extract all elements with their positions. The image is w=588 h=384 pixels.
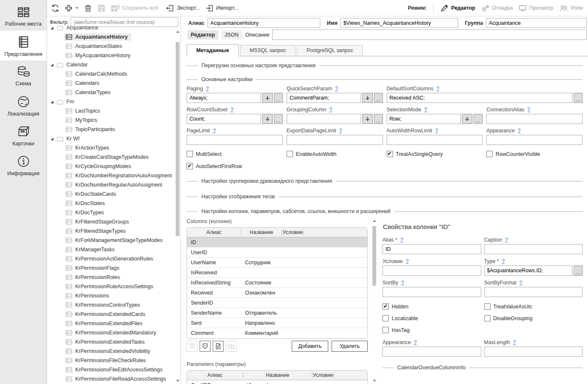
column-condition-input[interactable] <box>382 266 481 276</box>
sidebar-item-information[interactable]: Информация <box>0 150 47 180</box>
groupingcolumn-input[interactable] <box>287 114 361 124</box>
tree-node[interactable]: AcquaintanceStates <box>47 42 175 51</box>
tree-node[interactable]: TopicParticipants <box>47 125 175 134</box>
help-link[interactable]: ? <box>206 86 209 92</box>
help-link[interactable]: ? <box>518 128 521 134</box>
defaultsortcolumns-input[interactable] <box>387 93 573 103</box>
scroll-up-icon[interactable] <box>372 218 377 223</box>
tree-node[interactable]: KrPermissionsExtendedCards <box>47 310 175 319</box>
checkbox-row[interactable]: MultiSelect <box>187 151 283 157</box>
tree-node[interactable]: LastTopics <box>47 106 175 116</box>
quicksearchparam-dropdown-button[interactable] <box>362 93 373 103</box>
autowidthrowlimit-input[interactable] <box>387 135 483 145</box>
help-link[interactable]: ? <box>406 258 409 264</box>
column-alias-input[interactable] <box>382 244 481 254</box>
paging-input[interactable] <box>187 93 261 103</box>
help-link[interactable]: ? <box>527 107 530 113</box>
connectionalias-input[interactable] <box>486 114 583 124</box>
selectionmode-dropdown-button[interactable] <box>462 114 472 124</box>
expand-arrow-icon[interactable] <box>50 137 55 141</box>
tree-node[interactable]: Kr Wf <box>47 134 175 143</box>
tree-node[interactable]: KrActionTypes <box>47 143 175 153</box>
tree-node[interactable]: KrPermissionsFileReadAccessSettings <box>47 374 175 384</box>
checkbox-row[interactable]: Localizable <box>382 315 481 321</box>
tree-node[interactable]: Acquaintance <box>47 23 175 32</box>
checkbox[interactable] <box>187 163 193 169</box>
selectionmode-input[interactable] <box>387 114 461 124</box>
help-link[interactable]: ? <box>400 237 403 243</box>
scrollbar-thumb[interactable] <box>176 42 179 236</box>
scrollbar-track[interactable] <box>372 223 377 379</box>
name-input[interactable] <box>340 18 458 28</box>
tree-node[interactable]: KrPermissionsExtendedFiles <box>47 319 175 328</box>
checkbox[interactable] <box>484 315 490 321</box>
sidebar-item-localization[interactable]: Локализация <box>0 90 47 120</box>
tree-node[interactable]: Calendar <box>47 60 175 69</box>
tree-node[interactable]: KrPermissionsControlTypes <box>47 300 175 310</box>
tag-plus-button[interactable] <box>187 341 198 352</box>
help-link[interactable]: ? <box>213 128 216 134</box>
column-appearance-input[interactable] <box>382 347 481 357</box>
rowcountsubset-dropdown-button[interactable] <box>262 114 273 124</box>
column-type-input[interactable] <box>484 266 573 276</box>
columns-scrollbar[interactable] <box>372 217 377 384</box>
help-link[interactable]: ? <box>230 107 233 113</box>
mode-editor[interactable]: Редактор <box>440 4 475 12</box>
tab[interactable]: MSSQL запрос <box>240 45 295 56</box>
description-input[interactable] <box>272 29 587 40</box>
checkbox[interactable] <box>484 303 490 310</box>
checkbox-row[interactable]: TreatValueAsUtc <box>484 303 583 310</box>
help-link[interactable]: ? <box>435 128 438 134</box>
tree-scrollbar[interactable] <box>175 28 180 384</box>
group-input[interactable] <box>486 18 587 28</box>
column-row[interactable]: ID <box>187 237 367 247</box>
checkbox-row[interactable]: TreatAsSingleQuery <box>387 151 483 157</box>
help-link[interactable]: ? <box>329 107 332 113</box>
help-link[interactable]: ? <box>401 280 404 286</box>
checkbox[interactable] <box>382 303 389 310</box>
tree-node[interactable]: KrPermissionAclGenerationRules <box>47 254 175 263</box>
tree-node[interactable]: CalendarCalcMethods <box>47 69 175 79</box>
column-row[interactable]: Received Ознакомлен <box>187 288 367 298</box>
tab-editor[interactable]: Редактор <box>187 30 218 39</box>
tree-node[interactable]: KrPermissionRoles <box>47 273 175 282</box>
add-button[interactable] <box>65 4 79 12</box>
sidebar-item-schema[interactable]: Схема <box>0 60 47 90</box>
tree-node[interactable]: MyTopics <box>47 116 175 125</box>
checkbox-row[interactable]: HasTag <box>382 327 481 333</box>
paging-more-button[interactable]: ... <box>274 93 283 103</box>
column-row[interactable]: Comment Комментарий <box>187 328 367 338</box>
column-row[interactable]: IsReceivedString Состояние <box>187 278 367 288</box>
tree-node[interactable]: KrPermissionsExtendedTasks <box>47 337 175 347</box>
tree-node[interactable]: Calendars <box>47 79 175 88</box>
checkbox-row[interactable]: RowCounterVisible <box>486 151 583 157</box>
tree-node[interactable]: KrPermissionsFileEditAccessSettings <box>47 365 175 374</box>
tree-node[interactable]: KrDocStateCards <box>47 189 175 199</box>
alias-input[interactable] <box>208 18 320 28</box>
help-link[interactable]: ? <box>505 237 508 243</box>
groupingcolumn-dropdown-button[interactable] <box>362 114 373 124</box>
tree-node[interactable]: CalendarTypes <box>47 88 175 97</box>
paging-dropdown-button[interactable] <box>262 93 273 103</box>
tree-node[interactable]: KrDocTypes <box>47 208 175 217</box>
checkbox[interactable] <box>382 315 389 321</box>
column-row[interactable]: SenderName Отправитель <box>187 308 367 318</box>
tree-node[interactable]: KrPermissionsExtendedMandatory <box>47 328 175 337</box>
groupingcolumn-more-button[interactable]: ... <box>374 114 383 124</box>
tab[interactable]: Метаданные <box>187 44 239 56</box>
column-row[interactable]: UserID <box>187 247 367 258</box>
column-row[interactable]: UserName Сотрудник <box>187 258 367 268</box>
quicksearchparam-input[interactable] <box>287 93 361 103</box>
checkbox-row[interactable]: EnableAutoWidth <box>287 151 383 157</box>
tree-node[interactable]: KrPermissionsFileCheckRules <box>47 356 175 365</box>
rowcountsubset-input[interactable] <box>187 114 261 124</box>
tab[interactable]: PostgreSQL запрос <box>297 45 363 56</box>
column-row[interactable]: SenderID <box>187 298 367 308</box>
refresh-button[interactable] <box>51 4 59 12</box>
mode-roles[interactable]: Роли <box>559 4 583 12</box>
checkbox[interactable] <box>187 151 193 157</box>
save-button[interactable] <box>98 4 105 12</box>
delete-column-button[interactable]: Удалить <box>332 341 368 352</box>
column-row[interactable]: IsReceived <box>187 268 367 278</box>
column-maxlength-input[interactable] <box>484 347 583 357</box>
